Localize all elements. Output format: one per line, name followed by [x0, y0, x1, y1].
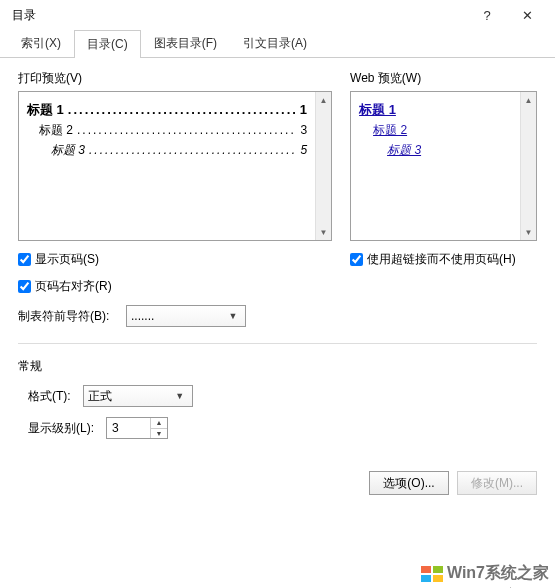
modify-button[interactable]: 修改(M)... — [457, 471, 537, 495]
watermark-text: Win7系统之家 — [447, 563, 549, 584]
close-button[interactable]: ✕ — [507, 1, 547, 29]
tab-strip: 索引(X) 目录(C) 图表目录(F) 引文目录(A) — [0, 30, 555, 58]
options-button[interactable]: 选项(O)... — [369, 471, 449, 495]
right-align-row: 页码右对齐(R) — [18, 278, 332, 295]
print-preview-scrollbar[interactable]: ▲ ▼ — [315, 92, 331, 240]
print-preview-column: 打印预览(V) 标题 1 ...........................… — [18, 70, 332, 337]
chevron-down-icon: ▼ — [172, 391, 188, 401]
use-hyperlinks-label: 使用超链接而不使用页码(H) — [367, 251, 516, 268]
titlebar: 目录 ? ✕ — [0, 0, 555, 30]
leader-select[interactable]: ....... ▼ — [126, 305, 246, 327]
scroll-up-icon[interactable]: ▲ — [521, 92, 536, 108]
format-label: 格式(T): — [28, 388, 71, 405]
scroll-down-icon[interactable]: ▼ — [316, 224, 331, 240]
spinner-down-icon[interactable]: ▼ — [151, 429, 167, 439]
web-link-2[interactable]: 标题 2 — [373, 122, 512, 139]
leader-label: 制表符前导符(B): — [18, 308, 118, 325]
leader-row: 制表符前导符(B): ....... ▼ — [18, 305, 332, 327]
windows-flag-icon — [421, 566, 443, 582]
right-align-checkbox[interactable] — [18, 280, 31, 293]
dialog-content: 打印预览(V) 标题 1 ...........................… — [0, 58, 555, 457]
levels-label: 显示级别(L): — [28, 420, 94, 437]
format-row: 格式(T): 正式 ▼ — [18, 385, 537, 407]
format-value: 正式 — [88, 388, 172, 405]
levels-value: 3 — [107, 418, 151, 438]
use-hyperlinks-row: 使用超链接而不使用页码(H) — [350, 251, 537, 268]
show-page-numbers-row: 显示页码(S) — [18, 251, 332, 268]
tab-index[interactable]: 索引(X) — [8, 29, 74, 57]
levels-spinner[interactable]: 3 ▲ ▼ — [106, 417, 168, 439]
web-preview-label: Web 预览(W) — [350, 70, 421, 87]
tab-figures[interactable]: 图表目录(F) — [141, 29, 230, 57]
watermark: Win7系统之家 www.Win7w.com — [421, 563, 549, 584]
svg-rect-3 — [433, 575, 443, 582]
web-link-3[interactable]: 标题 3 — [387, 142, 512, 159]
leader-value: ....... — [131, 309, 225, 323]
format-select[interactable]: 正式 ▼ — [83, 385, 193, 407]
print-preview-box: 标题 1 ...................................… — [18, 91, 332, 241]
right-align-label: 页码右对齐(R) — [35, 278, 112, 295]
scroll-up-icon[interactable]: ▲ — [316, 92, 331, 108]
web-preview-scrollbar[interactable]: ▲ ▼ — [520, 92, 536, 240]
general-section-label: 常规 — [18, 358, 537, 375]
show-page-numbers-label: 显示页码(S) — [35, 251, 99, 268]
svg-rect-0 — [421, 566, 431, 573]
toc-line-1: 标题 1 ...................................… — [27, 101, 307, 119]
toc-line-2: 标题 2 ...................................… — [27, 122, 307, 139]
levels-row: 显示级别(L): 3 ▲ ▼ — [18, 417, 537, 439]
svg-rect-2 — [421, 575, 431, 582]
tab-citations[interactable]: 引文目录(A) — [230, 29, 320, 57]
dialog-footer: 选项(O)... 修改(M)... — [0, 457, 555, 509]
show-page-numbers-checkbox[interactable] — [18, 253, 31, 266]
tab-toc[interactable]: 目录(C) — [74, 30, 141, 58]
web-preview-column: Web 预览(W) 标题 1 标题 2 标题 3 ▲ ▼ 使用超链接而不使用页码… — [350, 70, 537, 337]
web-preview-box: 标题 1 标题 2 标题 3 ▲ ▼ — [350, 91, 537, 241]
svg-rect-1 — [433, 566, 443, 573]
divider — [18, 343, 537, 344]
print-preview-label: 打印预览(V) — [18, 70, 82, 87]
web-link-1[interactable]: 标题 1 — [359, 101, 512, 119]
help-button[interactable]: ? — [467, 1, 507, 29]
spinner-up-icon[interactable]: ▲ — [151, 418, 167, 429]
window-title: 目录 — [12, 7, 467, 24]
toc-line-3: 标题 3 ...................................… — [27, 142, 307, 159]
use-hyperlinks-checkbox[interactable] — [350, 253, 363, 266]
chevron-down-icon: ▼ — [225, 311, 241, 321]
scroll-down-icon[interactable]: ▼ — [521, 224, 536, 240]
